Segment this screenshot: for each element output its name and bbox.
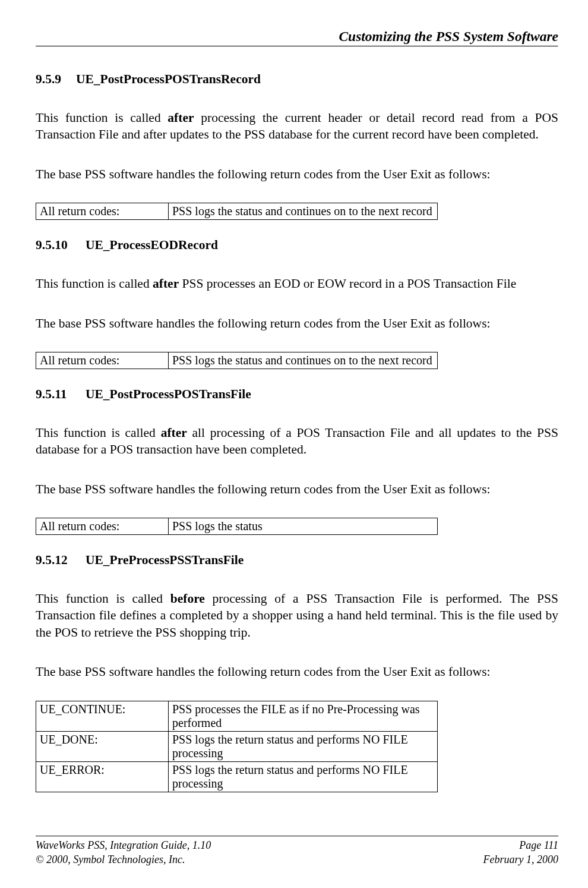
table-cell-desc: PSS processes the FILE as if no Pre-Proc… bbox=[169, 701, 438, 731]
return-codes-table-9512: UE_CONTINUE: PSS processes the FILE as i… bbox=[36, 701, 438, 792]
table-row: All return codes: PSS logs the status bbox=[36, 518, 438, 535]
table-cell-desc: PSS logs the return status and performs … bbox=[169, 761, 438, 792]
section-number: 9.5.10 bbox=[36, 238, 86, 253]
page-header-title: Customizing the PSS System Software bbox=[36, 29, 558, 45]
footer-page-number: Page 111 bbox=[519, 839, 558, 852]
section-9510-para2: The base PSS software handles the follow… bbox=[36, 315, 558, 332]
footer-rule bbox=[36, 836, 558, 836]
section-9511-para1: This function is called after all proces… bbox=[36, 424, 558, 458]
section-heading-959: 9.5.9UE_PostProcessPOSTransRecord bbox=[36, 72, 558, 87]
return-codes-table-9511: All return codes: PSS logs the status bbox=[36, 518, 438, 535]
footer-copyright: © 2000, Symbol Technologies, Inc. bbox=[36, 853, 185, 867]
section-959-para2: The base PSS software handles the follow… bbox=[36, 166, 558, 182]
section-number: 9.5.12 bbox=[36, 553, 86, 568]
page-footer: WaveWorks PSS, Integration Guide, 1.10 P… bbox=[36, 836, 558, 867]
section-heading-9510: 9.5.10UE_ProcessEODRecord bbox=[36, 238, 558, 253]
section-number: 9.5.9 bbox=[36, 72, 76, 87]
section-9511-para2: The base PSS software handles the follow… bbox=[36, 481, 558, 497]
table-cell-desc: PSS logs the status and continues on to … bbox=[169, 352, 438, 369]
table-row: All return codes: PSS logs the status an… bbox=[36, 203, 438, 220]
return-codes-table-9510: All return codes: PSS logs the status an… bbox=[36, 352, 438, 369]
table-row: UE_DONE: PSS logs the return status and … bbox=[36, 731, 438, 761]
text-run: This function is called bbox=[36, 591, 170, 606]
table-row: UE_ERROR: PSS logs the return status and… bbox=[36, 761, 438, 792]
section-heading-9511: 9.5.11UE_PostProcessPOSTransFile bbox=[36, 387, 558, 402]
table-cell-code: All return codes: bbox=[36, 203, 169, 220]
return-codes-table-959: All return codes: PSS logs the status an… bbox=[36, 203, 438, 220]
section-title: UE_PostProcessPOSTransRecord bbox=[76, 72, 261, 86]
table-cell-desc: PSS logs the return status and performs … bbox=[169, 731, 438, 761]
text-run: This function is called bbox=[36, 276, 153, 291]
section-959-para1: This function is called after processing… bbox=[36, 109, 558, 143]
table-cell-code: All return codes: bbox=[36, 352, 169, 369]
text-bold: before bbox=[170, 591, 205, 606]
footer-date: February 1, 2000 bbox=[483, 853, 558, 867]
section-9512-para2: The base PSS software handles the follow… bbox=[36, 663, 558, 680]
text-run: PSS processes an EOD or EOW record in a … bbox=[179, 276, 516, 291]
text-run: This function is called bbox=[36, 426, 161, 440]
section-title: UE_PostProcessPOSTransFile bbox=[86, 387, 251, 401]
table-cell-desc: PSS logs the status bbox=[169, 518, 438, 535]
section-title: UE_ProcessEODRecord bbox=[86, 238, 218, 252]
text-bold: after bbox=[161, 426, 187, 440]
section-heading-9512: 9.5.12UE_PreProcessPSSTransFile bbox=[36, 553, 558, 568]
table-row: All return codes: PSS logs the status an… bbox=[36, 352, 438, 369]
text-bold: after bbox=[153, 276, 179, 291]
section-9510-para1: This function is called after PSS proces… bbox=[36, 275, 558, 292]
footer-doc-title: WaveWorks PSS, Integration Guide, 1.10 bbox=[36, 839, 211, 852]
table-row: UE_CONTINUE: PSS processes the FILE as i… bbox=[36, 701, 438, 731]
text-bold: after bbox=[167, 111, 194, 125]
table-cell-code: UE_DONE: bbox=[36, 731, 169, 761]
text-run: This function is called bbox=[36, 111, 167, 125]
section-title: UE_PreProcessPSSTransFile bbox=[86, 553, 244, 567]
table-cell-code: All return codes: bbox=[36, 518, 169, 535]
table-cell-code: UE_ERROR: bbox=[36, 761, 169, 792]
section-number: 9.5.11 bbox=[36, 387, 86, 402]
header-rule bbox=[36, 46, 558, 47]
table-cell-code: UE_CONTINUE: bbox=[36, 701, 169, 731]
table-cell-desc: PSS logs the status and continues on to … bbox=[169, 203, 438, 220]
section-9512-para1: This function is called before processin… bbox=[36, 590, 558, 641]
